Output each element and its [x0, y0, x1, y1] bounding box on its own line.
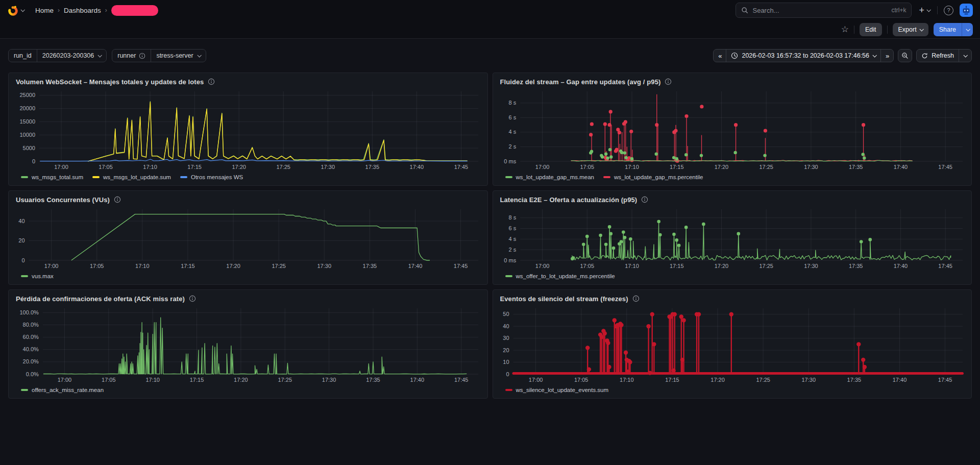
series-point [608, 110, 612, 113]
refresh-button[interactable]: Refresh [917, 50, 959, 62]
time-series-plot[interactable]: 17:0017:0517:1017:1517:2017:2517:3017:35… [14, 305, 482, 384]
series-point [623, 120, 627, 124]
panel-header[interactable]: Pérdida de confirmaciones de oferta (ACK… [14, 292, 482, 305]
series-point [611, 247, 615, 250]
search-shortcut: ctrl+k [891, 7, 906, 14]
legend-swatch [92, 176, 100, 178]
series-point [629, 130, 633, 133]
runner-select[interactable]: stress-server [151, 52, 205, 59]
x-axis-tick-label: 17:20 [710, 377, 725, 383]
zoom-out-button[interactable] [898, 49, 912, 62]
x-axis-tick-label: 17:40 [408, 263, 423, 269]
export-button[interactable]: Export [893, 23, 928, 36]
legend-item[interactable]: Otros mensajes WS [180, 174, 243, 180]
dashboard-toolbar: ☆ Edit Export Share [0, 20, 980, 39]
legend-item[interactable]: vus.max [21, 273, 54, 279]
x-axis-tick-label: 17:30 [801, 377, 816, 383]
panel-header[interactable]: Eventos de silencio del stream (freezes) [498, 292, 967, 305]
y-axis-tick-label: 6 s [508, 225, 516, 231]
refresh-interval-button[interactable] [959, 50, 971, 62]
add-new-button[interactable]: + [918, 5, 931, 16]
series-point [859, 240, 863, 243]
x-axis-tick-label: 17:30 [321, 164, 335, 170]
search-box[interactable]: ctrl+k [736, 3, 912, 18]
share-button[interactable]: Share [934, 23, 962, 36]
time-series-plot[interactable]: 17:0017:0517:1017:1517:2017:2517:3017:35… [498, 206, 967, 271]
legend-label: offers_ack_miss_rate.mean [32, 387, 104, 393]
series-point [671, 369, 675, 373]
plus-icon: + [919, 5, 924, 16]
time-series-plot[interactable]: 17:0017:0517:1017:1517:2017:2517:3017:35… [498, 88, 967, 172]
x-axis-tick-label: 17:25 [759, 164, 773, 170]
legend-item[interactable]: ws_lot_update_gap_ms.mean [505, 174, 594, 180]
time-series-plot[interactable]: 17:0017:0517:1017:1517:2017:2517:3017:35… [498, 305, 967, 384]
panel-header[interactable]: Fluidez del stream – Gap entre updates (… [498, 76, 967, 88]
series-point [589, 133, 593, 136]
series-point [696, 312, 700, 316]
legend-item[interactable]: ws_msgs_lot_update.sum [92, 174, 171, 180]
y-axis-tick-label: 10000 [19, 132, 35, 138]
legend-swatch [505, 176, 512, 178]
info-icon[interactable] [208, 78, 215, 85]
chart-canvas[interactable]: 17:0017:0517:1017:1517:2017:2517:3017:35… [498, 305, 967, 384]
info-icon[interactable] [632, 295, 640, 302]
x-axis-tick-label: 17:05 [90, 263, 104, 269]
legend-item[interactable]: ws_lot_update_gap_ms.percentile [603, 174, 703, 180]
x-axis-tick-label: 17:25 [276, 164, 290, 170]
x-axis-tick-label: 17:15 [190, 377, 204, 383]
series-line [572, 222, 950, 260]
time-shift-forward-button[interactable]: » [880, 50, 893, 62]
legend-swatch [505, 389, 512, 391]
y-axis-tick-label: 0.0% [26, 371, 39, 377]
series-point [684, 114, 688, 118]
series-point [658, 233, 662, 237]
info-icon[interactable] [641, 196, 648, 203]
panel-header[interactable]: Usuarios Concurrentes (VUs) [14, 193, 482, 206]
legend-item[interactable]: ws_offer_to_lot_update_ms.percentile [505, 273, 615, 279]
panel-header[interactable]: Latencia E2E – Oferta a actualización (p… [498, 193, 967, 206]
series-point [624, 156, 627, 159]
series-point [590, 150, 593, 153]
time-series-plot[interactable]: 17:0017:0517:1017:1517:2017:2517:3017:35… [14, 88, 482, 172]
series-point [677, 244, 680, 248]
series-point [599, 335, 603, 339]
time-range-picker[interactable]: 2026-02-03 16:57:32 to 2026-02-03 17:46:… [726, 50, 880, 62]
legend-item[interactable]: offers_ack_miss_rate.mean [21, 387, 104, 393]
info-icon[interactable] [114, 196, 121, 203]
breadcrumb-dashboards[interactable]: Dashboards [64, 7, 101, 14]
edit-button[interactable]: Edit [860, 23, 882, 36]
series-point [672, 156, 675, 159]
y-axis-tick-label: 20 [503, 347, 509, 353]
grafana-logo-menu[interactable] [7, 5, 24, 16]
panel-header[interactable]: Volumen WebSocket – Mensajes totales y u… [14, 76, 482, 88]
y-axis-tick-label: 6 s [508, 114, 516, 120]
y-axis-tick-label: 100.0% [19, 309, 39, 315]
search-input[interactable] [752, 7, 887, 14]
y-axis-tick-label: 30 [503, 335, 509, 341]
time-series-plot[interactable]: 17:0017:0517:1017:1517:2017:2517:3017:35… [14, 206, 482, 271]
run-id-select[interactable]: 20260203-200306 [37, 52, 107, 59]
legend-item[interactable]: ws_msgs_total.sum [21, 174, 83, 180]
time-shift-back-button[interactable]: « [714, 50, 726, 62]
share-options-button[interactable] [962, 23, 973, 36]
robot-avatar-icon [961, 5, 972, 16]
x-axis-tick-label: 17:35 [366, 377, 380, 383]
help-button[interactable]: ? [944, 6, 953, 15]
panel-usuarios-concurrentes: Usuarios Concurrentes (VUs) 17:0017:0517… [8, 190, 488, 285]
chart-canvas[interactable]: 17:0017:0517:1017:1517:2017:2517:3017:35… [14, 305, 482, 384]
series-point [608, 148, 611, 151]
breadcrumb-home[interactable]: Home [35, 7, 54, 14]
y-axis-tick-label: 8 s [508, 214, 516, 221]
series-point [681, 318, 685, 322]
chart-canvas[interactable]: 17:0017:0517:1017:1517:2017:2517:3017:35… [14, 206, 482, 271]
chart-canvas[interactable]: 17:0017:0517:1017:1517:2017:2517:3017:35… [498, 206, 967, 271]
info-icon[interactable] [189, 295, 196, 302]
chart-canvas[interactable]: 17:0017:0517:1017:1517:2017:2517:3017:35… [498, 88, 967, 172]
chart-canvas[interactable]: 17:0017:0517:1017:1517:2017:2517:3017:35… [14, 88, 482, 172]
star-icon[interactable]: ☆ [841, 24, 849, 35]
info-icon[interactable] [665, 78, 672, 85]
export-label: Export [898, 26, 917, 33]
legend-item[interactable]: ws_silence_lot_update_events.sum [505, 387, 609, 393]
chevron-down-icon [926, 8, 930, 12]
user-avatar[interactable] [960, 4, 973, 17]
